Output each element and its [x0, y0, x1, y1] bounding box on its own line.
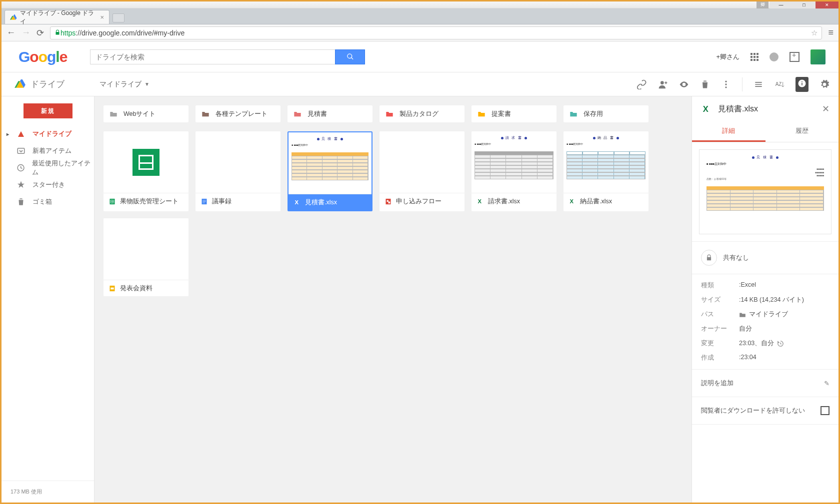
folder-name: Webサイト [124, 110, 156, 118]
svg-point-8 [725, 83, 726, 85]
add-person-icon[interactable] [658, 79, 668, 89]
tab-details[interactable]: 詳細 [692, 121, 766, 142]
meta-key-type: 種類 [701, 281, 739, 290]
sidebar-item-incoming[interactable]: 新着アイテム [2, 142, 94, 159]
history-icon[interactable] [777, 340, 784, 347]
address-bar[interactable]: https ://drive.google.com/drive/#my-driv… [50, 26, 822, 39]
window-tag: 卿 [756, 1, 768, 8]
docs-icon [200, 198, 208, 205]
file-card[interactable]: 申し込みフロー [380, 131, 464, 211]
folder-chip[interactable]: 各種テンプレート [196, 105, 280, 122]
svg-text:X: X [703, 104, 708, 113]
settings-gear-icon[interactable] [820, 79, 830, 89]
file-name: 納品書.xlsx [580, 197, 612, 206]
breadcrumb[interactable]: マイドライブ ▼ [100, 80, 150, 89]
new-button[interactable]: 新規 [24, 103, 72, 118]
file-name: 果物販売管理シート [120, 197, 178, 206]
folder-name: 見積書 [308, 110, 327, 118]
file-card[interactable]: 発表会資料 [104, 218, 188, 296]
search-input[interactable] [90, 49, 335, 64]
share-plus-icon[interactable] [790, 52, 800, 62]
folder-chip[interactable]: 製品カタログ [380, 105, 464, 122]
drawings-icon [384, 198, 392, 205]
sidebar-item-trash[interactable]: ゴミ箱 [2, 193, 94, 210]
folder-icon [386, 110, 394, 117]
pencil-icon[interactable]: ✎ [824, 380, 830, 387]
file-card[interactable]: 請 求 書 ■ ■■■直到御中 X請求書.xlsx [472, 131, 556, 211]
list-view-icon[interactable] [754, 79, 764, 89]
prevent-download-row[interactable]: 閲覧者にダウンロードを許可しない [692, 397, 838, 425]
apps-grid-icon[interactable] [750, 53, 758, 61]
sidebar-item-mydrive[interactable]: マイドライブ [2, 125, 94, 142]
file-name: 申し込みフロー [396, 197, 442, 206]
search-button[interactable] [335, 49, 365, 64]
drive-product-label: ドライブ [30, 78, 64, 90]
preview-eye-icon[interactable] [679, 79, 689, 89]
sidebar-item-starred[interactable]: スター付き [2, 176, 94, 193]
svg-rect-15 [18, 148, 24, 154]
folder-name: 各種テンプレート [216, 110, 268, 118]
window-maximize-button[interactable]: □ [792, 1, 816, 8]
excel-icon: X [476, 198, 484, 205]
close-icon[interactable]: ✕ [822, 103, 830, 114]
svg-text:AZ: AZ [776, 81, 782, 87]
reload-button[interactable]: ⟳ [36, 27, 44, 38]
svg-point-6 [660, 81, 664, 84]
file-card[interactable]: 果物販売管理シート [104, 131, 188, 211]
file-name: 議事録 [212, 197, 232, 206]
back-button[interactable]: ← [6, 27, 16, 38]
info-button-active[interactable] [796, 77, 808, 92]
share-status[interactable]: 共有なし [692, 241, 838, 274]
browser-menu-icon[interactable]: ≡ [828, 27, 834, 38]
google-logo[interactable]: Google [18, 48, 67, 65]
link-icon[interactable] [637, 79, 647, 89]
excel-icon: X [294, 199, 301, 206]
new-tab-button[interactable] [112, 13, 124, 22]
file-name: 発表会資料 [120, 284, 152, 293]
sheets-icon [108, 198, 116, 205]
sort-az-icon[interactable]: AZ [774, 79, 784, 89]
meta-key-path: パス [701, 310, 739, 319]
file-preview[interactable]: 見 積 書 ■ ■■■直到御中 ■■■■■■■■■■■■■■■■ 品数・お客様I… [699, 149, 832, 234]
bookmark-star-icon[interactable]: ☆ [811, 28, 818, 37]
slides-icon [108, 285, 116, 292]
profile-avatar[interactable] [810, 49, 826, 64]
prevent-download-label: 閲覧者にダウンロードを許可しない [701, 406, 805, 415]
account-name[interactable]: +卿さん [716, 52, 740, 61]
svg-rect-13 [802, 81, 802, 82]
forward-button[interactable]: → [22, 27, 30, 38]
tab-activity[interactable]: 履歴 [766, 121, 839, 142]
checkbox-empty-icon[interactable] [820, 406, 830, 415]
svg-point-7 [725, 80, 726, 82]
folder-chip[interactable]: 提案書 [472, 105, 556, 122]
svg-text:X: X [478, 198, 482, 204]
window-close-button[interactable]: ✕ [816, 1, 838, 8]
more-vert-icon[interactable] [721, 79, 731, 89]
folder-chip[interactable]: 見積書 [288, 105, 372, 122]
url-path: ://drive.google.com/drive/#my-drive [76, 29, 184, 37]
meta-key-size: サイズ [701, 296, 739, 304]
google-bar: Google +卿さん [2, 41, 838, 72]
tab-close-icon[interactable]: × [100, 13, 104, 21]
file-card[interactable]: 納 品 書 ■ ■■■直到御中 X納品書.xlsx [564, 131, 648, 211]
trash-icon[interactable] [700, 79, 710, 89]
file-card[interactable]: 見 積 書 ■ ■■■直到御中 X見積書.xlsx [288, 131, 372, 211]
meta-val-type: :Excel [739, 281, 830, 290]
browser-tab[interactable]: マイドライブ - Google ドライ × [4, 10, 110, 24]
meta-val-path[interactable]: マイドライブ [739, 310, 830, 319]
sidebar-item-label: 最近使用したアイテム [32, 159, 94, 177]
folder-icon [570, 110, 578, 117]
details-panel: X 見積書.xlsx ✕ 詳細 履歴 見 積 書 ■ ■■■直到御中 ■■■■■… [692, 96, 838, 503]
file-card[interactable]: 議事録 [196, 131, 280, 211]
sidebar-item-label: マイドライブ [32, 129, 72, 138]
description-row[interactable]: 説明を追加 ✎ [692, 370, 838, 397]
notifications-icon[interactable] [770, 52, 778, 61]
drive-favicon-icon [10, 14, 17, 21]
folder-chip[interactable]: 保存用 [564, 105, 648, 122]
folder-chip[interactable]: Webサイト [104, 105, 188, 122]
window-minimize-button[interactable]: — [770, 1, 792, 8]
sidebar-item-label: ゴミ箱 [32, 197, 52, 206]
sidebar-item-recent[interactable]: 最近使用したアイテム [2, 159, 94, 176]
svg-rect-28 [388, 201, 390, 203]
sidebar-item-label: 新着アイテム [32, 146, 72, 155]
